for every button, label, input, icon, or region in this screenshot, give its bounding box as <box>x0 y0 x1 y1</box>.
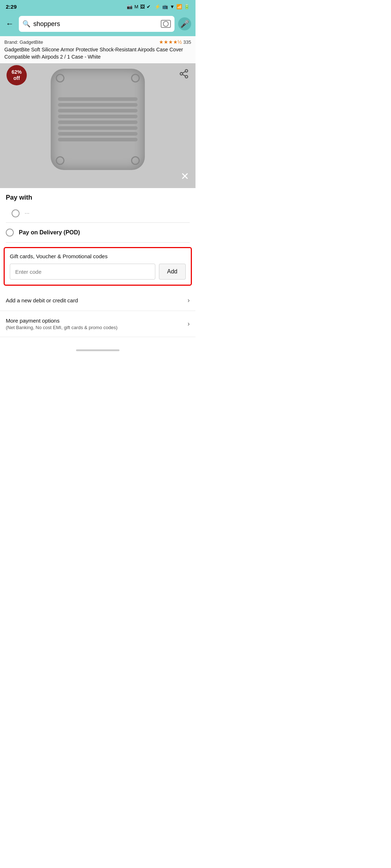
discount-label: off <box>13 75 20 81</box>
product-info-bar: Brand: GadgetBite ★★★★½ 335 GadgetBite S… <box>0 36 196 63</box>
search-query: shoppers <box>33 20 158 28</box>
battery-icon: 🔋 <box>184 4 190 9</box>
payment-option-pod[interactable]: Pay on Delivery (POD) <box>6 223 190 243</box>
bottom-bar <box>0 344 196 359</box>
partial-label: ··· <box>25 210 29 217</box>
gift-code-input[interactable] <box>10 264 155 280</box>
close-button[interactable]: ✕ <box>181 170 189 182</box>
add-card-text: Add a new debit or credit card <box>6 297 78 303</box>
task-status-icon: ✔ <box>147 4 151 9</box>
review-count: 335 <box>183 39 191 45</box>
discount-percent: 62% <box>12 69 22 75</box>
home-indicator <box>76 349 119 351</box>
wifi-icon: ▼ <box>170 4 175 9</box>
more-payment-options[interactable]: More payment options (Net Banking, No co… <box>0 311 196 337</box>
partial-radio[interactable] <box>12 209 20 217</box>
pod-label: Pay on Delivery (POD) <box>19 229 80 236</box>
pod-radio[interactable] <box>6 229 14 237</box>
payment-section: Pay with ··· Pay on Delivery (POD) <box>0 188 196 243</box>
gift-card-wrapper: Gift cards, Voucher & Promotional codes … <box>0 243 196 290</box>
photos-status-icon: 🖼 <box>140 4 145 9</box>
brand-name: Brand: GadgetBite <box>4 39 43 45</box>
gift-card-input-row: Add <box>10 264 186 280</box>
search-icon: 🔍 <box>22 20 30 28</box>
add-card-chevron: › <box>188 297 190 304</box>
status-bar: 2:29 📷 M 🖼 ✔ ⚡ 📺 ▼ 📶 🔋 <box>0 0 196 13</box>
mic-button[interactable]: 🎤 <box>178 17 191 30</box>
discount-badge: 62% off <box>7 65 27 85</box>
status-icons: 📷 M 🖼 ✔ ⚡ 📺 ▼ 📶 🔋 <box>127 4 190 9</box>
gmail-status-icon: M <box>134 4 138 9</box>
more-options-text: More payment options (Net Banking, No co… <box>6 318 118 330</box>
youtube-icon: 📺 <box>162 4 168 9</box>
back-button[interactable]: ← <box>4 18 15 30</box>
more-options-chevron: › <box>188 320 190 328</box>
search-bar[interactable]: 🔍 shoppers <box>19 16 175 32</box>
brand-line: Brand: GadgetBite ★★★★½ 335 <box>4 39 191 45</box>
partial-payment-option: ··· <box>6 206 190 223</box>
mic-icon: 🎤 <box>180 20 189 28</box>
product-rating: ★★★★½ 335 <box>159 39 191 45</box>
airpods-case-image <box>51 69 145 170</box>
more-options-sublabel: (Net Banking, No cost EMI, gift cards & … <box>6 325 118 330</box>
gift-card-section: Gift cards, Voucher & Promotional codes … <box>4 247 192 286</box>
more-options-label: More payment options <box>6 318 118 324</box>
camera-search-icon[interactable] <box>161 20 171 28</box>
add-card-label: Add a new debit or credit card <box>6 297 78 303</box>
header: ← 🔍 shoppers 🎤 <box>0 13 196 36</box>
bluetooth-icon: ⚡ <box>155 4 160 9</box>
product-area: Brand: GadgetBite ★★★★½ 335 GadgetBite S… <box>0 36 196 188</box>
gift-card-title: Gift cards, Voucher & Promotional codes <box>10 253 186 259</box>
camera-status-icon: 📷 <box>127 4 133 9</box>
signal-icon: 📶 <box>176 4 182 9</box>
product-title: GadgetBite Soft Silicone Armor Protectiv… <box>4 46 191 60</box>
share-button[interactable] <box>179 69 189 81</box>
add-code-button[interactable]: Add <box>159 264 186 280</box>
status-time: 2:29 <box>6 4 17 10</box>
pay-with-title: Pay with <box>6 194 190 201</box>
star-icons: ★★★★½ <box>159 39 182 45</box>
add-card-option[interactable]: Add a new debit or credit card › <box>0 290 196 311</box>
svg-line-4 <box>182 72 185 73</box>
svg-line-3 <box>182 75 185 76</box>
